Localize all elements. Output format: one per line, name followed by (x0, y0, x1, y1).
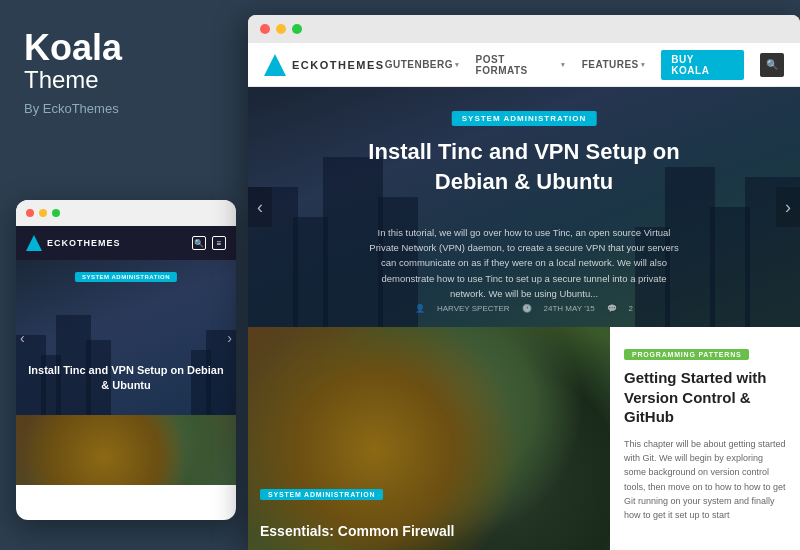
mobile-menu-icon[interactable]: ≡ (212, 236, 226, 250)
mobile-search-icon[interactable]: 🔍 (192, 236, 206, 250)
desktop-nav-brand: ECKOTHEMES (264, 54, 385, 76)
mobile-nav-icons: 🔍 ≡ (192, 236, 226, 250)
mobile-nav-text: ECKOTHEMES (47, 238, 121, 248)
nav-buy-button[interactable]: BUY KOALA (661, 50, 744, 80)
desktop-nav-logo-icon (264, 54, 286, 76)
nav-search-icon[interactable]: 🔍 (760, 53, 784, 77)
food-visual (16, 415, 236, 485)
mobile-hero: SYSTEM ADMINISTRATION Install Tinc and V… (16, 260, 236, 415)
desktop-dot-yellow (276, 24, 286, 34)
bottom-right-title: Getting Started with Version Control & G… (624, 368, 786, 427)
mobile-hero-title: Install Tinc and VPN Setup on Debian & U… (26, 363, 226, 393)
mobile-nav-logo-icon (26, 235, 42, 251)
left-panel: Koala Theme By EckoThemes ECKOTHEMES 🔍 ≡ (0, 0, 248, 550)
mobile-card-image (16, 415, 236, 485)
mobile-dot-yellow (39, 209, 47, 217)
desktop-nav: ECKOTHEMES GUTENBERG ▾ POST FORMATS ▾ FE… (248, 43, 800, 87)
mobile-top-bar (16, 200, 236, 226)
desktop-dot-green (292, 24, 302, 34)
hero-bld-6 (710, 207, 750, 327)
desktop-bottom: SYSTEM ADMINISTRATION Essentials: Common… (248, 327, 800, 550)
mobile-hero-badge: SYSTEM ADMINISTRATION (75, 272, 177, 282)
mobile-card (16, 415, 236, 485)
hero-comments: 2 (629, 304, 633, 313)
mobile-prev-arrow[interactable]: ‹ (20, 330, 25, 346)
desktop-top-bar (248, 15, 800, 43)
hero-prev-arrow[interactable]: ‹ (248, 187, 272, 227)
hero-next-arrow[interactable]: › (776, 187, 800, 227)
desktop-hero-title: Install Tinc and VPN Setup on Debian & U… (354, 137, 694, 196)
mobile-dot-green (52, 209, 60, 217)
desktop-hero-description: In this tutorial, we will go over how to… (364, 225, 684, 301)
desktop-hero-meta: 👤 HARVEY SPECTER 🕐 24TH MAY '15 💬 2 (415, 304, 633, 313)
mobile-nav-brand: ECKOTHEMES (26, 235, 121, 251)
nav-link-features[interactable]: FEATURES ▾ (582, 59, 646, 70)
mobile-next-arrow[interactable]: › (227, 330, 232, 346)
bottom-food-badge: SYSTEM ADMINISTRATION (260, 489, 383, 500)
brand-title: Koala (24, 30, 224, 66)
nav-link-post-formats[interactable]: POST FORMATS ▾ (476, 54, 566, 76)
nav-link-gutenberg[interactable]: GUTENBERG ▾ (385, 59, 460, 70)
desktop-hero-badge: SYSTEM ADMINISTRATION (452, 111, 597, 126)
desktop-bottom-right: PROGRAMMING PATTERNS Getting Started wit… (610, 327, 800, 550)
brand-by: By EckoThemes (24, 101, 224, 116)
hero-comment-icon: 💬 (607, 304, 617, 313)
bottom-food-image: SYSTEM ADMINISTRATION Essentials: Common… (248, 327, 610, 550)
bottom-right-description: This chapter will be about getting start… (624, 437, 786, 523)
desktop-dot-red (260, 24, 270, 34)
mobile-mockup: ECKOTHEMES 🔍 ≡ SYSTEM ADMINISTRATION Ins… (16, 200, 236, 520)
desktop-bottom-left: SYSTEM ADMINISTRATION Essentials: Common… (248, 327, 610, 550)
desktop-nav-text: ECKOTHEMES (292, 59, 385, 71)
desktop-hero: SYSTEM ADMINISTRATION Install Tinc and V… (248, 87, 800, 327)
hero-author-icon: 👤 (415, 304, 425, 313)
mobile-dot-red (26, 209, 34, 217)
hero-author: HARVEY SPECTER (437, 304, 510, 313)
bottom-food-title: Essentials: Common Firewall (260, 522, 598, 540)
brand-subtitle: Theme (24, 66, 224, 95)
bottom-right-badge: PROGRAMMING PATTERNS (624, 349, 749, 360)
desktop-mockup: ECKOTHEMES GUTENBERG ▾ POST FORMATS ▾ FE… (248, 15, 800, 550)
hero-date: 24TH MAY '15 (544, 304, 595, 313)
desktop-nav-links: GUTENBERG ▾ POST FORMATS ▾ FEATURES ▾ BU… (385, 50, 784, 80)
mobile-nav: ECKOTHEMES 🔍 ≡ (16, 226, 236, 260)
hero-clock-icon: 🕐 (522, 304, 532, 313)
